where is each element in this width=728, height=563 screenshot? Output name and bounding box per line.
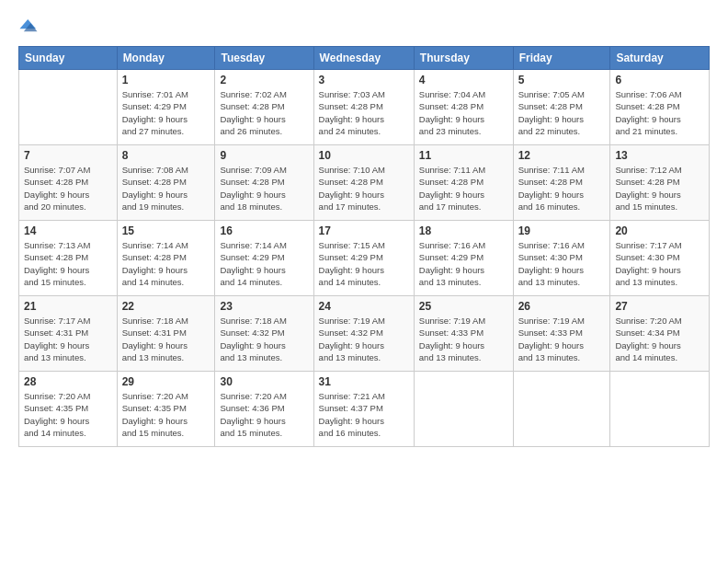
calendar-cell: 2Sunrise: 7:02 AM Sunset: 4:28 PM Daylig… bbox=[215, 70, 313, 145]
calendar-cell: 30Sunrise: 7:20 AM Sunset: 4:36 PM Dayli… bbox=[215, 372, 313, 447]
day-number: 15 bbox=[122, 224, 210, 237]
day-info: Sunrise: 7:20 AM Sunset: 4:34 PM Dayligh… bbox=[615, 315, 704, 363]
day-number: 6 bbox=[615, 74, 704, 86]
day-number: 4 bbox=[419, 74, 508, 86]
day-number: 16 bbox=[220, 224, 308, 237]
day-info: Sunrise: 7:20 AM Sunset: 4:36 PM Dayligh… bbox=[220, 390, 308, 439]
day-info: Sunrise: 7:16 AM Sunset: 4:29 PM Dayligh… bbox=[419, 239, 508, 288]
day-number: 19 bbox=[518, 224, 606, 237]
day-number: 14 bbox=[24, 224, 112, 237]
calendar-week-3: 14Sunrise: 7:13 AM Sunset: 4:28 PM Dayli… bbox=[19, 221, 710, 296]
day-number: 2 bbox=[220, 74, 308, 86]
day-info: Sunrise: 7:06 AM Sunset: 4:28 PM Dayligh… bbox=[615, 88, 704, 137]
calendar-cell: 25Sunrise: 7:19 AM Sunset: 4:33 PM Dayli… bbox=[414, 296, 513, 372]
calendar-cell bbox=[610, 372, 710, 447]
calendar-cell: 20Sunrise: 7:17 AM Sunset: 4:30 PM Dayli… bbox=[610, 221, 710, 296]
day-number: 8 bbox=[122, 149, 210, 162]
calendar-cell: 22Sunrise: 7:18 AM Sunset: 4:31 PM Dayli… bbox=[117, 296, 215, 372]
day-number: 7 bbox=[24, 149, 112, 162]
day-info: Sunrise: 7:04 AM Sunset: 4:28 PM Dayligh… bbox=[419, 88, 508, 137]
day-number: 17 bbox=[319, 224, 409, 237]
day-number: 21 bbox=[24, 300, 112, 313]
day-info: Sunrise: 7:21 AM Sunset: 4:37 PM Dayligh… bbox=[319, 390, 409, 439]
calendar-cell: 24Sunrise: 7:19 AM Sunset: 4:32 PM Dayli… bbox=[313, 296, 414, 372]
calendar-cell: 5Sunrise: 7:05 AM Sunset: 4:28 PM Daylig… bbox=[513, 70, 610, 145]
day-info: Sunrise: 7:16 AM Sunset: 4:30 PM Dayligh… bbox=[518, 239, 606, 288]
calendar-cell bbox=[414, 372, 513, 447]
calendar-cell: 14Sunrise: 7:13 AM Sunset: 4:28 PM Dayli… bbox=[19, 221, 118, 296]
calendar-cell: 18Sunrise: 7:16 AM Sunset: 4:29 PM Dayli… bbox=[414, 221, 513, 296]
day-info: Sunrise: 7:19 AM Sunset: 4:32 PM Dayligh… bbox=[319, 315, 409, 363]
weekday-header-thursday: Thursday bbox=[414, 47, 513, 70]
calendar-cell bbox=[513, 372, 610, 447]
day-info: Sunrise: 7:15 AM Sunset: 4:29 PM Dayligh… bbox=[319, 239, 409, 288]
day-info: Sunrise: 7:14 AM Sunset: 4:29 PM Dayligh… bbox=[220, 239, 308, 288]
calendar-cell: 19Sunrise: 7:16 AM Sunset: 4:30 PM Dayli… bbox=[513, 221, 610, 296]
calendar-cell: 21Sunrise: 7:17 AM Sunset: 4:31 PM Dayli… bbox=[19, 296, 118, 372]
day-number: 20 bbox=[615, 224, 704, 237]
calendar-cell: 7Sunrise: 7:07 AM Sunset: 4:28 PM Daylig… bbox=[19, 145, 118, 221]
day-number: 24 bbox=[319, 300, 409, 313]
day-info: Sunrise: 7:13 AM Sunset: 4:28 PM Dayligh… bbox=[24, 239, 112, 288]
day-number: 23 bbox=[220, 300, 308, 313]
calendar-cell: 12Sunrise: 7:11 AM Sunset: 4:28 PM Dayli… bbox=[513, 145, 610, 221]
calendar-cell: 27Sunrise: 7:20 AM Sunset: 4:34 PM Dayli… bbox=[610, 296, 710, 372]
day-info: Sunrise: 7:03 AM Sunset: 4:28 PM Dayligh… bbox=[319, 88, 409, 137]
logo-icon bbox=[18, 17, 39, 37]
day-number: 9 bbox=[220, 149, 308, 162]
calendar-cell: 28Sunrise: 7:20 AM Sunset: 4:35 PM Dayli… bbox=[19, 372, 118, 447]
calendar-cell: 16Sunrise: 7:14 AM Sunset: 4:29 PM Dayli… bbox=[215, 221, 313, 296]
weekday-header-sunday: Sunday bbox=[19, 47, 118, 70]
day-info: Sunrise: 7:18 AM Sunset: 4:32 PM Dayligh… bbox=[220, 315, 308, 363]
calendar-week-2: 7Sunrise: 7:07 AM Sunset: 4:28 PM Daylig… bbox=[19, 145, 710, 221]
logo bbox=[18, 17, 42, 37]
calendar-cell: 13Sunrise: 7:12 AM Sunset: 4:28 PM Dayli… bbox=[610, 145, 710, 221]
day-number: 29 bbox=[122, 375, 210, 388]
day-info: Sunrise: 7:02 AM Sunset: 4:28 PM Dayligh… bbox=[220, 88, 308, 137]
calendar-cell: 4Sunrise: 7:04 AM Sunset: 4:28 PM Daylig… bbox=[414, 70, 513, 145]
day-number: 27 bbox=[615, 300, 704, 313]
page: SundayMondayTuesdayWednesdayThursdayFrid… bbox=[0, 0, 728, 563]
day-info: Sunrise: 7:08 AM Sunset: 4:28 PM Dayligh… bbox=[122, 164, 210, 213]
day-number: 11 bbox=[419, 149, 508, 162]
calendar-week-4: 21Sunrise: 7:17 AM Sunset: 4:31 PM Dayli… bbox=[19, 296, 710, 372]
calendar-cell: 1Sunrise: 7:01 AM Sunset: 4:29 PM Daylig… bbox=[117, 70, 215, 145]
day-number: 18 bbox=[419, 224, 508, 237]
day-number: 1 bbox=[122, 74, 210, 86]
weekday-header-friday: Friday bbox=[513, 47, 610, 70]
day-info: Sunrise: 7:20 AM Sunset: 4:35 PM Dayligh… bbox=[24, 390, 112, 439]
day-info: Sunrise: 7:05 AM Sunset: 4:28 PM Dayligh… bbox=[518, 88, 606, 137]
day-number: 30 bbox=[220, 375, 308, 388]
calendar-cell: 6Sunrise: 7:06 AM Sunset: 4:28 PM Daylig… bbox=[610, 70, 710, 145]
day-info: Sunrise: 7:07 AM Sunset: 4:28 PM Dayligh… bbox=[24, 164, 112, 213]
day-info: Sunrise: 7:10 AM Sunset: 4:28 PM Dayligh… bbox=[319, 164, 409, 213]
weekday-header-saturday: Saturday bbox=[610, 47, 710, 70]
day-info: Sunrise: 7:18 AM Sunset: 4:31 PM Dayligh… bbox=[122, 315, 210, 363]
weekday-header-monday: Monday bbox=[117, 47, 215, 70]
day-info: Sunrise: 7:14 AM Sunset: 4:28 PM Dayligh… bbox=[122, 239, 210, 288]
day-number: 13 bbox=[615, 149, 704, 162]
calendar-week-5: 28Sunrise: 7:20 AM Sunset: 4:35 PM Dayli… bbox=[19, 372, 710, 447]
calendar-cell: 3Sunrise: 7:03 AM Sunset: 4:28 PM Daylig… bbox=[313, 70, 414, 145]
day-number: 10 bbox=[319, 149, 409, 162]
day-number: 12 bbox=[518, 149, 606, 162]
calendar-cell bbox=[19, 70, 118, 145]
calendar-cell: 31Sunrise: 7:21 AM Sunset: 4:37 PM Dayli… bbox=[313, 372, 414, 447]
day-number: 22 bbox=[122, 300, 210, 313]
weekday-header-row: SundayMondayTuesdayWednesdayThursdayFrid… bbox=[19, 47, 710, 70]
weekday-header-tuesday: Tuesday bbox=[215, 47, 313, 70]
day-info: Sunrise: 7:01 AM Sunset: 4:29 PM Dayligh… bbox=[122, 88, 210, 137]
calendar-table: SundayMondayTuesdayWednesdayThursdayFrid… bbox=[18, 46, 710, 447]
calendar-cell: 10Sunrise: 7:10 AM Sunset: 4:28 PM Dayli… bbox=[313, 145, 414, 221]
calendar-cell: 15Sunrise: 7:14 AM Sunset: 4:28 PM Dayli… bbox=[117, 221, 215, 296]
calendar-cell: 23Sunrise: 7:18 AM Sunset: 4:32 PM Dayli… bbox=[215, 296, 313, 372]
day-info: Sunrise: 7:11 AM Sunset: 4:28 PM Dayligh… bbox=[419, 164, 508, 213]
day-info: Sunrise: 7:09 AM Sunset: 4:28 PM Dayligh… bbox=[220, 164, 308, 213]
day-info: Sunrise: 7:12 AM Sunset: 4:28 PM Dayligh… bbox=[615, 164, 704, 213]
weekday-header-wednesday: Wednesday bbox=[313, 47, 414, 70]
day-number: 25 bbox=[419, 300, 508, 313]
calendar-cell: 26Sunrise: 7:19 AM Sunset: 4:33 PM Dayli… bbox=[513, 296, 610, 372]
day-info: Sunrise: 7:17 AM Sunset: 4:30 PM Dayligh… bbox=[615, 239, 704, 288]
day-number: 28 bbox=[24, 375, 112, 388]
calendar-cell: 17Sunrise: 7:15 AM Sunset: 4:29 PM Dayli… bbox=[313, 221, 414, 296]
